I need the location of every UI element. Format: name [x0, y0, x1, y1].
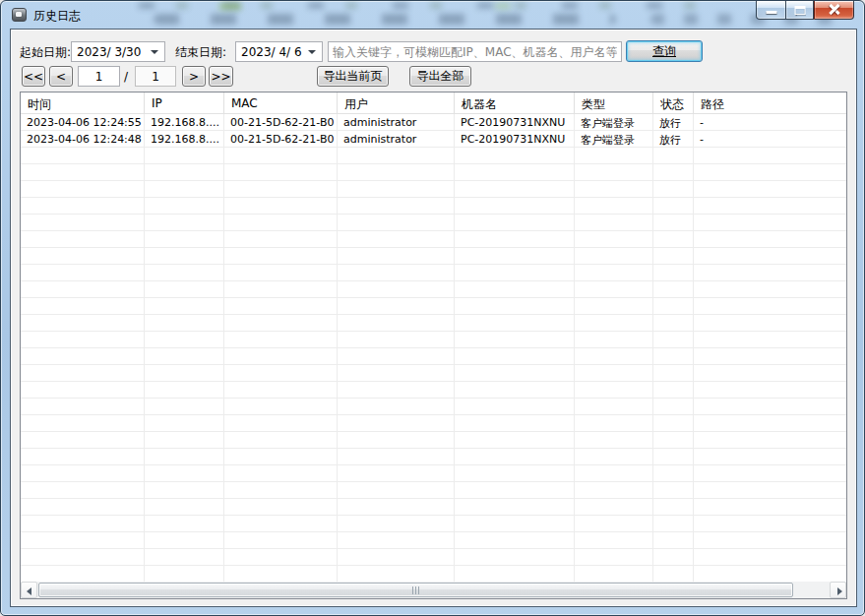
titlebar-glass-blur — [495, 3, 511, 9]
scrollbar-thumb[interactable] — [38, 583, 793, 597]
history-log-window: 历史日志 起始日期: 2023/ 3/30 结束日期: 2023/ 4/ 6 查… — [0, 0, 865, 616]
cell: administrator — [338, 131, 455, 148]
table-row[interactable]: 2023-04-06 12:24:48192.168.8....00-21-5D… — [21, 131, 846, 148]
chevron-down-icon — [151, 50, 158, 54]
export-current-page-button[interactable]: 导出当前页 — [317, 66, 389, 87]
titlebar-glass-blur — [154, 14, 616, 25]
cell: 客户端登录 — [575, 114, 653, 131]
cell: 放行 — [653, 131, 694, 148]
current-page-input[interactable] — [78, 66, 120, 87]
grid-line — [223, 114, 224, 582]
page-separator-label: / — [124, 69, 128, 85]
query-button[interactable]: 查询 — [626, 40, 703, 62]
start-date-picker[interactable]: 2023/ 3/30 — [71, 41, 165, 62]
grid-line — [337, 114, 338, 582]
cell: 客户端登录 — [575, 131, 653, 148]
grid-line — [693, 114, 694, 582]
minimize-icon — [766, 11, 776, 14]
last-page-button[interactable]: >> — [209, 66, 233, 87]
window-title: 历史日志 — [33, 8, 81, 25]
scroll-left-icon — [27, 587, 31, 595]
close-icon — [828, 3, 840, 16]
column-header-3[interactable]: MAC — [224, 92, 338, 113]
column-header-5[interactable]: 机器名 — [455, 92, 575, 113]
titlebar[interactable]: 历史日志 — [1, 1, 864, 29]
cell: 192.168.8.... — [145, 114, 224, 131]
dialog-client-area: 起始日期: 2023/ 3/30 结束日期: 2023/ 4/ 6 查询 << … — [10, 29, 857, 607]
cell: 2023-04-06 12:24:55 — [21, 114, 145, 131]
start-date-value: 2023/ 3/30 — [77, 45, 141, 59]
grid-line — [144, 114, 145, 582]
prev-page-button[interactable]: < — [49, 66, 73, 87]
cell: 2023-04-06 12:24:48 — [21, 131, 145, 148]
cell: administrator — [338, 114, 455, 131]
scroll-right-icon — [837, 587, 842, 595]
titlebar-glass-blur — [219, 3, 241, 10]
cell: PC-20190731NXNU — [455, 131, 575, 148]
column-header-6[interactable]: 类型 — [575, 92, 653, 113]
grid-line — [652, 114, 653, 582]
table-header-row: 时间IPMAC用户机器名类型状态路径 — [21, 92, 846, 114]
cell: - — [694, 131, 846, 148]
column-header-7[interactable]: 状态 — [653, 92, 694, 113]
maximize-button[interactable] — [785, 1, 814, 20]
grid-line — [574, 114, 575, 582]
table-body: 2023-04-06 12:24:55192.168.8....00-21-5D… — [21, 114, 846, 582]
column-header-4[interactable]: 用户 — [338, 92, 455, 113]
column-header-1[interactable]: 时间 — [21, 92, 145, 113]
column-header-2[interactable]: IP — [145, 92, 224, 113]
total-pages-box: 1 — [135, 66, 176, 87]
end-date-picker[interactable]: 2023/ 4/ 6 — [235, 41, 323, 62]
scroll-right-button[interactable] — [830, 582, 846, 598]
horizontal-scrollbar[interactable] — [21, 582, 846, 598]
cell: 00-21-5D-62-21-B0 — [224, 114, 338, 131]
close-button[interactable] — [814, 1, 854, 20]
cell: - — [694, 114, 846, 131]
end-date-label: 结束日期: — [175, 44, 226, 60]
cell: PC-20190731NXNU — [455, 114, 575, 131]
export-all-button[interactable]: 导出全部 — [409, 66, 471, 87]
chevron-down-icon — [308, 50, 316, 54]
scroll-left-button[interactable] — [21, 582, 37, 598]
first-page-button[interactable]: << — [22, 66, 45, 87]
keyword-search-input[interactable] — [328, 41, 622, 62]
next-page-button[interactable]: > — [182, 66, 206, 87]
grid-line — [454, 114, 455, 582]
log-table: 时间IPMAC用户机器名类型状态路径 2023-04-06 12:24:5519… — [20, 92, 847, 599]
cell: 放行 — [653, 114, 694, 131]
minimize-button[interactable] — [756, 1, 785, 20]
column-header-8[interactable]: 路径 — [694, 92, 846, 113]
app-icon — [12, 8, 27, 22]
maximize-icon — [794, 6, 805, 15]
start-date-label: 起始日期: — [20, 44, 71, 60]
cell: 00-21-5D-62-21-B0 — [224, 131, 338, 148]
table-row[interactable]: 2023-04-06 12:24:55192.168.8....00-21-5D… — [21, 114, 846, 131]
cell: 192.168.8.... — [145, 131, 224, 148]
scrollbar-grip-icon — [411, 586, 420, 594]
end-date-value: 2023/ 4/ 6 — [241, 45, 302, 59]
